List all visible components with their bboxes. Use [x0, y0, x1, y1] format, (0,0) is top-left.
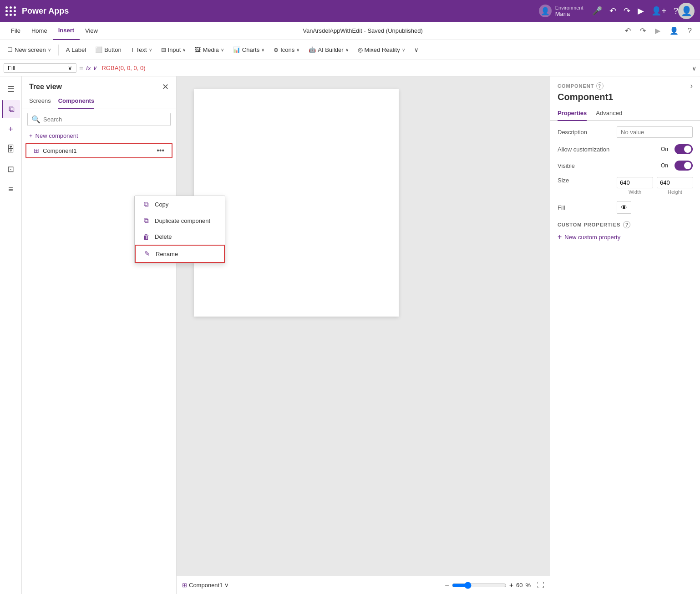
ctx-delete[interactable]: 🗑 Delete	[135, 229, 225, 245]
user-avatar[interactable]: 👤	[678, 3, 695, 19]
zoom-slider[interactable]	[452, 582, 507, 589]
height-label: Height	[657, 189, 693, 195]
rp-section-label: COMPONENT ?	[558, 82, 604, 90]
rail-hamburger-icon[interactable]: ☰	[2, 80, 20, 98]
charts-button[interactable]: 📊 Charts ∨	[229, 45, 268, 55]
app-name: VanArsdelAppWithEdit - Saved (Unpublishe…	[103, 27, 622, 34]
canvas-area: ⊞ Component1 ∨ − + 60 % ⛶	[177, 76, 550, 594]
rail-data-icon[interactable]: 🗄	[2, 140, 20, 158]
play-button[interactable]: ▶	[638, 6, 644, 16]
canvas-comp-chevron-icon[interactable]: ∨	[224, 582, 229, 589]
main-layout: ☰ ⧉ + 🗄 ⊡ ≡ Tree view ✕ Screens Componen…	[0, 76, 700, 594]
tab-screens[interactable]: Screens	[29, 94, 51, 109]
fullscreen-button[interactable]: ⛶	[537, 581, 544, 589]
app-launcher-icon[interactable]	[5, 6, 16, 16]
rail-layers-icon[interactable]: ⧉	[2, 100, 20, 118]
rail-variables-icon[interactable]: ≡	[2, 180, 20, 198]
new-component-plus-icon: +	[29, 132, 33, 139]
button-button[interactable]: ⬜ Button	[91, 45, 125, 55]
formula-input[interactable]	[100, 65, 689, 71]
rail-add-icon[interactable]: +	[2, 120, 20, 138]
size-inputs: Width Height	[617, 177, 693, 195]
menu-view[interactable]: View	[80, 22, 103, 40]
right-panel: COMPONENT ? › Component1 Properties Adva…	[550, 76, 700, 594]
width-input[interactable]	[617, 177, 653, 188]
text-button[interactable]: T Text ∨	[127, 45, 156, 55]
tree-close-button[interactable]: ✕	[162, 82, 169, 92]
undo-button[interactable]: ↶	[609, 6, 616, 16]
tree-tabs: Screens Components	[22, 94, 176, 109]
description-input[interactable]	[617, 126, 693, 138]
icons-button[interactable]: ⊕ Icons ∨	[270, 45, 303, 55]
visible-row: Visible On	[558, 161, 693, 171]
run-icon[interactable]: ▶	[652, 25, 663, 37]
topbar-actions: 🎤 ↶ ↷ ▶ 👤+ ?	[592, 6, 678, 16]
ctx-duplicate[interactable]: ⧉ Duplicate component	[135, 212, 225, 229]
tree-header: Tree view ✕	[22, 76, 176, 94]
mic-icon[interactable]: 🎤	[592, 6, 602, 16]
media-icon: 🖼	[195, 46, 201, 53]
rp-header: COMPONENT ? ›	[550, 76, 700, 90]
menu-file[interactable]: File	[5, 22, 26, 40]
label-button[interactable]: A Label	[62, 45, 90, 55]
height-input-wrap: Height	[657, 177, 693, 195]
allow-customization-control: On	[661, 144, 693, 154]
new-screen-button[interactable]: ☐ New screen ∨	[4, 45, 55, 55]
allow-customization-state: On	[661, 146, 668, 152]
allow-customization-toggle[interactable]	[675, 144, 693, 154]
component-help-icon[interactable]: ?	[596, 82, 604, 90]
custom-properties-help-icon[interactable]: ?	[623, 221, 630, 228]
undo-icon[interactable]: ↶	[622, 25, 634, 37]
ctx-copy[interactable]: ⧉ Copy	[135, 196, 225, 212]
rp-expand-icon[interactable]: ›	[690, 82, 693, 90]
fill-swatch[interactable]: 👁	[617, 201, 631, 214]
rename-icon: ✎	[143, 250, 151, 258]
icon-rail: ☰ ⧉ + 🗄 ⊡ ≡	[0, 76, 22, 594]
fill-chevron-icon: ∨	[68, 65, 72, 71]
zoom-minus-button[interactable]: −	[445, 581, 449, 589]
more-toolbar-button[interactable]: ∨	[411, 45, 422, 55]
share-icon[interactable]: 👤	[667, 25, 681, 37]
menu-home[interactable]: Home	[26, 22, 53, 40]
component-more-button[interactable]: •••	[157, 146, 164, 155]
canvas-component-label: ⊞ Component1 ∨	[182, 582, 229, 589]
visible-toggle[interactable]	[675, 161, 693, 171]
menu-insert[interactable]: Insert	[53, 22, 80, 40]
text-chevron: ∨	[149, 47, 152, 52]
zoom-plus-button[interactable]: +	[509, 581, 513, 589]
new-screen-chevron: ∨	[48, 47, 51, 52]
charts-chevron: ∨	[261, 47, 264, 52]
search-icon: 🔍	[31, 115, 41, 124]
new-prop-plus-icon: +	[558, 233, 562, 241]
input-button[interactable]: ⊟ Input ∨	[157, 45, 190, 55]
formula-expand-icon[interactable]: ∨	[692, 65, 696, 72]
description-row: Description	[558, 126, 693, 138]
search-input[interactable]	[43, 116, 167, 123]
new-custom-property-button[interactable]: + New custom property	[558, 233, 620, 241]
icons-chevron: ∨	[296, 47, 299, 52]
fill-label: Fill	[558, 204, 617, 211]
ai-builder-button[interactable]: 🤖 AI Builder ∨	[305, 45, 352, 55]
mixed-reality-button[interactable]: ◎ Mixed Reality ∨	[354, 45, 409, 55]
redo-icon[interactable]: ↷	[637, 25, 649, 37]
size-label: Size	[558, 177, 617, 184]
app-title: Power Apps	[22, 6, 69, 16]
tab-advanced[interactable]: Advanced	[596, 106, 622, 121]
new-screen-icon: ☐	[7, 46, 13, 53]
tab-properties[interactable]: Properties	[558, 106, 587, 121]
help-button[interactable]: ?	[674, 6, 678, 16]
tab-components[interactable]: Components	[58, 94, 94, 109]
component-item[interactable]: ⊞ Component1 •••	[25, 143, 172, 158]
redo-button[interactable]: ↷	[624, 6, 630, 16]
add-user-button[interactable]: 👤+	[651, 6, 666, 16]
new-component-button[interactable]: + New component	[22, 130, 176, 142]
fill-dropdown[interactable]: Fill ∨	[4, 63, 76, 73]
tree-panel: Tree view ✕ Screens Components 🔍 + New c…	[22, 76, 177, 594]
equals-icon[interactable]: =	[79, 64, 83, 72]
height-input[interactable]	[657, 177, 693, 188]
rail-controls-icon[interactable]: ⊡	[2, 160, 20, 178]
ctx-rename[interactable]: ✎ Rename	[135, 245, 225, 263]
media-button[interactable]: 🖼 Media ∨	[191, 45, 227, 55]
custom-properties-section: CUSTOM PROPERTIES ?	[558, 221, 693, 228]
help-icon[interactable]: ?	[685, 25, 695, 37]
